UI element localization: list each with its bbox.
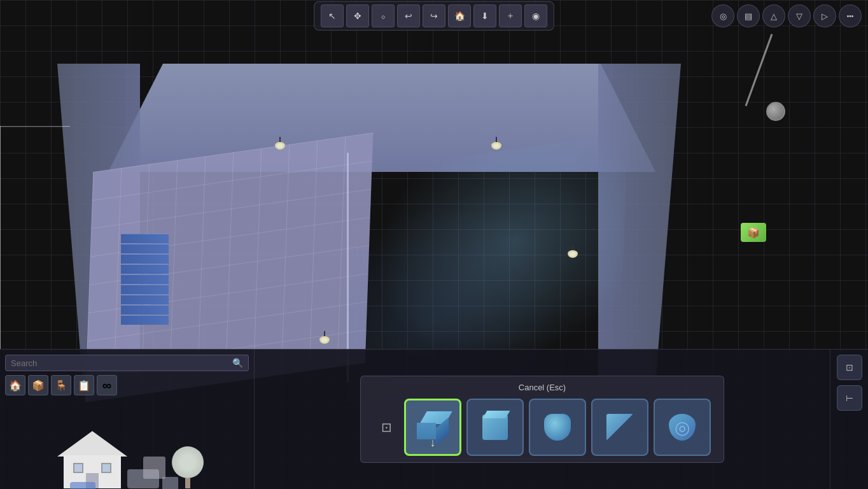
search-icon: 🔍 [232,358,243,368]
light-fixture-2 [490,137,503,150]
tool-move[interactable]: ✥ [346,4,369,27]
stair-4 [121,285,169,294]
preview-pool [70,482,95,489]
cursor-ball [766,102,785,121]
preview-area [5,399,249,489]
tool-down[interactable]: ⬇ [473,4,496,27]
cursor-box: 📦 [741,223,766,242]
bottom-center-panel: Cancel (Esc) ⊡ ↓ [255,350,830,489]
cat-infinity[interactable]: ∞ [97,375,117,395]
top-toolbar: ↖ ✥ ⬦ ↩ ↪ 🏠 ⬇ ＋ ◉ ◎ ▤ △ ▽ ▷ ••• [0,0,868,32]
right-sidebar: ⊡ ⊢ [830,350,868,489]
cat-home[interactable]: 🏠 [5,375,25,395]
build-tile-pool-corner[interactable] [591,399,648,456]
tool-select[interactable]: ↖ [321,4,344,27]
btn-zoom-up[interactable]: △ [762,4,785,27]
cat-misc[interactable]: 📋 [74,375,94,395]
tile-round-box-3 [544,414,571,441]
stair-7 [121,254,169,264]
stair-5 [121,274,169,284]
cat-objects[interactable]: 📦 [28,375,48,395]
category-icons: 🏠 📦 🪑 📋 ∞ [5,375,249,395]
tool-camera[interactable]: ◉ [524,4,547,27]
stair-3 [121,295,169,304]
house-preview [57,431,121,488]
cancel-title: Cancel (Esc) [374,383,711,392]
search-input[interactable] [11,358,228,368]
house-window-left [73,463,83,473]
btn-portrait[interactable]: ▤ [737,4,760,27]
build-tile-pool-round[interactable] [529,399,586,456]
tool-add[interactable]: ＋ [499,4,522,27]
btn-zoom-down[interactable]: ▽ [788,4,811,27]
tree-top [172,446,204,478]
pool-divider [347,153,349,382]
tile-corner-shape [606,414,633,441]
tile-coil-box-5 [669,414,696,441]
tile-sm-box-2 [482,415,508,440]
tree-trunk [185,478,190,488]
build-tile-pool-fill[interactable]: ↓ [404,399,461,456]
light-fixture-3 [566,245,579,258]
build-options: ⊡ ↓ [374,399,711,456]
build-preview [38,399,216,489]
tool-up[interactable]: 🏠 [448,4,471,27]
sidebar-btn-2[interactable]: ⊢ [837,385,862,411]
search-bar[interactable]: 🔍 [5,355,249,371]
cat-chair[interactable]: 🪑 [51,375,71,395]
guide-line-1 [0,126,70,127]
stair-6 [121,264,169,274]
bottom-panel: 🔍 🏠 📦 🪑 📋 ∞ [0,349,868,489]
light-fixture-4 [318,331,331,344]
preview-object-2 [143,457,165,479]
btn-more[interactable]: ••• [839,4,862,27]
stair-8 [121,244,169,253]
light-fixture-1 [274,137,286,150]
room-container [57,64,681,395]
stair-1 [121,315,169,325]
tile-arrow: ↓ [426,436,439,449]
tool-undo[interactable]: ↩ [397,4,420,27]
house-window-right [101,463,111,473]
side-icon-1[interactable]: ⊡ [374,415,399,440]
sidebar-btn-1[interactable]: ⊡ [837,355,862,380]
btn-map[interactable]: ◎ [711,4,734,27]
tool-redo[interactable]: ↪ [423,4,445,27]
guide-line-2 [0,126,1,349]
bottom-left-panel: 🔍 🏠 📦 🪑 📋 ∞ [0,350,255,489]
build-tile-pool-top[interactable] [466,399,524,456]
toolbar-center: ↖ ✥ ⬦ ↩ ↪ 🏠 ⬇ ＋ ◉ [314,1,554,31]
pool-stairs [121,210,172,325]
preview-object-3 [162,477,178,489]
cancel-bar: Cancel (Esc) ⊡ ↓ [360,376,724,463]
stair-2 [121,305,169,315]
build-tile-pool-coil[interactable] [654,399,711,456]
stair-9 [121,234,169,243]
house-roof [57,431,127,457]
toolbar-right: ◎ ▤ △ ▽ ▷ ••• [711,4,862,27]
btn-video[interactable]: ▷ [813,4,836,27]
pool-room [38,38,706,395]
tool-arrow[interactable]: ⬦ [372,4,395,27]
